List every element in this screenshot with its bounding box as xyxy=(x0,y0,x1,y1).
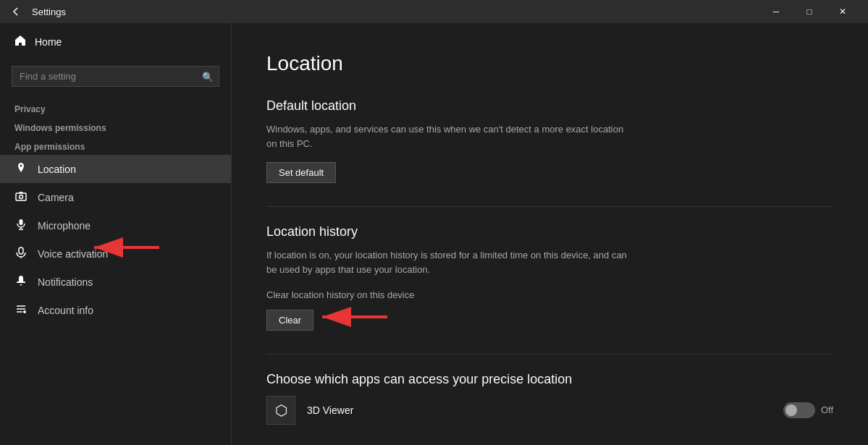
sidebar-notifications-label: Notifications xyxy=(38,276,93,288)
svg-point-1 xyxy=(20,195,23,199)
maximize-button[interactable]: □ xyxy=(793,0,826,23)
microphone-icon xyxy=(14,219,28,232)
svg-rect-5 xyxy=(19,247,23,254)
app-access-section: Choose which apps can access your precis… xyxy=(266,372,833,425)
search-container: 🔍 xyxy=(12,66,219,87)
page-title: Location xyxy=(266,52,833,75)
sidebar-location-label: Location xyxy=(38,164,76,175)
voice-activation-icon xyxy=(14,247,28,260)
titlebar-title: Settings xyxy=(32,7,759,17)
3d-viewer-toggle[interactable] xyxy=(783,402,815,418)
sidebar-item-account-info[interactable]: Account info xyxy=(0,296,231,324)
3d-viewer-icon: ⬡ xyxy=(266,396,295,425)
back-button[interactable] xyxy=(9,4,23,19)
home-label: Home xyxy=(35,36,62,48)
search-icon: 🔍 xyxy=(202,71,214,82)
app-row-3dviewer: ⬡ 3D Viewer Off xyxy=(266,396,833,425)
3d-viewer-toggle-area: Off xyxy=(783,402,833,418)
sidebar-item-voice-activation[interactable]: Voice activation xyxy=(0,240,231,268)
app-permissions-label: App permissions xyxy=(0,136,231,155)
location-icon xyxy=(14,162,28,176)
sidebar-voice-activation-label: Voice activation xyxy=(38,248,108,260)
app-access-title: Choose which apps can access your precis… xyxy=(266,372,833,387)
camera-icon xyxy=(14,190,28,204)
set-default-button[interactable]: Set default xyxy=(266,162,336,183)
sidebar-microphone-label: Microphone xyxy=(38,220,90,232)
sidebar-item-microphone[interactable]: Microphone xyxy=(0,211,231,240)
privacy-label: Privacy xyxy=(0,98,231,117)
windows-permissions-label: Windows permissions xyxy=(0,117,231,136)
sidebar-item-home[interactable]: Home xyxy=(0,23,231,60)
sidebar: Home 🔍 Privacy Windows permissions App p… xyxy=(0,23,232,445)
sidebar-account-info-label: Account info xyxy=(38,305,93,316)
svg-rect-0 xyxy=(16,193,26,200)
minimize-button[interactable]: ─ xyxy=(759,0,793,23)
sidebar-camera-label: Camera xyxy=(38,192,74,203)
sidebar-item-notifications[interactable]: Notifications xyxy=(0,268,231,296)
search-input[interactable] xyxy=(12,66,219,87)
toggle-knob xyxy=(785,404,797,416)
sidebar-item-location[interactable]: Location xyxy=(0,155,231,183)
svg-rect-2 xyxy=(20,219,23,225)
divider-1 xyxy=(266,206,833,207)
clear-history-label: Clear location history on this device xyxy=(266,288,628,302)
location-history-title: Location history xyxy=(266,224,833,240)
3d-viewer-name: 3D Viewer xyxy=(307,404,772,416)
clear-button[interactable]: Clear xyxy=(266,310,313,331)
svg-point-10 xyxy=(23,310,26,313)
account-info-icon xyxy=(14,303,28,317)
content-area: Location Default location Windows, apps,… xyxy=(232,23,868,445)
location-history-section: Location history If location is on, your… xyxy=(266,224,833,331)
notifications-icon xyxy=(14,275,28,289)
home-icon xyxy=(14,35,26,48)
3d-viewer-toggle-label: Off xyxy=(821,404,833,415)
divider-2 xyxy=(266,354,833,355)
default-location-title: Default location xyxy=(266,98,833,114)
location-history-desc: If location is on, your location history… xyxy=(266,248,628,276)
default-location-desc: Windows, apps, and services can use this… xyxy=(266,122,628,151)
sidebar-item-camera[interactable]: Camera xyxy=(0,183,231,211)
close-button[interactable]: ✕ xyxy=(826,0,859,23)
default-location-section: Default location Windows, apps, and serv… xyxy=(266,98,833,183)
